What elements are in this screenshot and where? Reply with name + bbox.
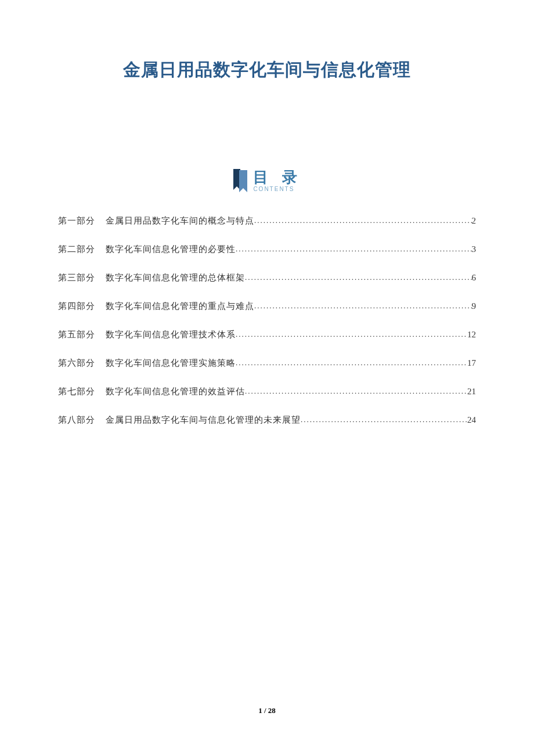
- toc-page-number: 17: [467, 358, 476, 368]
- toc-entry-title: 数字化车间信息化管理的重点与难点: [106, 301, 254, 312]
- toc-leader-dots: ........................................…: [245, 273, 472, 282]
- toc-page-number: 9: [472, 301, 477, 311]
- toc-page-number: 3: [472, 244, 477, 254]
- toc-part-label: 第六部分: [58, 358, 95, 369]
- toc-item[interactable]: 第七部分数字化车间信息化管理的效益评估.....................…: [58, 386, 476, 397]
- document-title: 金属日用品数字化车间与信息化管理: [58, 58, 476, 82]
- toc-sublabel: CONTENTS: [253, 186, 294, 192]
- toc-entry-title: 数字化车间信息化管理的效益评估: [106, 386, 245, 397]
- svg-marker-1: [239, 170, 247, 192]
- toc-entry-title: 数字化车间信息化管理的必要性: [106, 244, 236, 255]
- toc-page-number: 24: [467, 415, 476, 425]
- toc-part-label: 第一部分: [58, 215, 95, 226]
- toc-page-number: 12: [467, 330, 476, 340]
- toc-label: 目 录: [253, 170, 301, 185]
- toc-item[interactable]: 第四部分数字化车间信息化管理的重点与难点....................…: [58, 301, 476, 312]
- toc-part-label: 第五部分: [58, 329, 95, 340]
- toc-leader-dots: ........................................…: [254, 301, 472, 311]
- toc-entry-title: 金属日用品数字化车间与信息化管理的未来展望: [106, 415, 301, 426]
- toc-entry-title: 数字化车间信息化管理的总体框架: [106, 272, 245, 283]
- toc-header: 目 录 CONTENTS: [58, 169, 476, 192]
- toc-leader-dots: ........................................…: [301, 415, 467, 424]
- page-number: 1 / 28: [0, 706, 534, 715]
- toc-leader-dots: ........................................…: [236, 244, 472, 254]
- toc-label-group: 目 录 CONTENTS: [253, 170, 301, 192]
- toc-part-label: 第三部分: [58, 272, 95, 283]
- toc-page-number: 2: [472, 216, 477, 226]
- toc-item[interactable]: 第八部分金属日用品数字化车间与信息化管理的未来展望...............…: [58, 415, 476, 426]
- toc-part-label: 第二部分: [58, 244, 95, 255]
- toc-entry-title: 金属日用品数字化车间的概念与特点: [106, 215, 254, 226]
- toc-item[interactable]: 第五部分数字化车间信息化管理技术体系......................…: [58, 329, 476, 340]
- page-total: 28: [268, 706, 276, 715]
- toc-leader-dots: ........................................…: [236, 358, 467, 368]
- toc-item[interactable]: 第三部分数字化车间信息化管理的总体框架.....................…: [58, 272, 476, 283]
- toc-page-number: 21: [467, 387, 476, 397]
- toc-entry-title: 数字化车间信息化管理实施策略: [106, 358, 236, 369]
- toc-leader-dots: ........................................…: [236, 330, 467, 339]
- toc-entry-title: 数字化车间信息化管理技术体系: [106, 329, 236, 340]
- toc-part-label: 第七部分: [58, 386, 95, 397]
- bookmark-icon: [232, 169, 248, 192]
- toc-item[interactable]: 第一部分金属日用品数字化车间的概念与特点....................…: [58, 215, 476, 226]
- toc-item[interactable]: 第二部分数字化车间信息化管理的必要性......................…: [58, 244, 476, 255]
- page-sep: /: [262, 706, 268, 715]
- toc-list: 第一部分金属日用品数字化车间的概念与特点....................…: [58, 215, 476, 426]
- toc-part-label: 第四部分: [58, 301, 95, 312]
- toc-part-label: 第八部分: [58, 415, 95, 426]
- document-page: 金属日用品数字化车间与信息化管理 目 录 CONTENTS 第一部分金属日用品数…: [0, 0, 534, 756]
- toc-page-number: 6: [472, 273, 477, 283]
- toc-leader-dots: ........................................…: [245, 387, 467, 396]
- toc-item[interactable]: 第六部分数字化车间信息化管理实施策略......................…: [58, 358, 476, 369]
- toc-leader-dots: ........................................…: [254, 216, 472, 225]
